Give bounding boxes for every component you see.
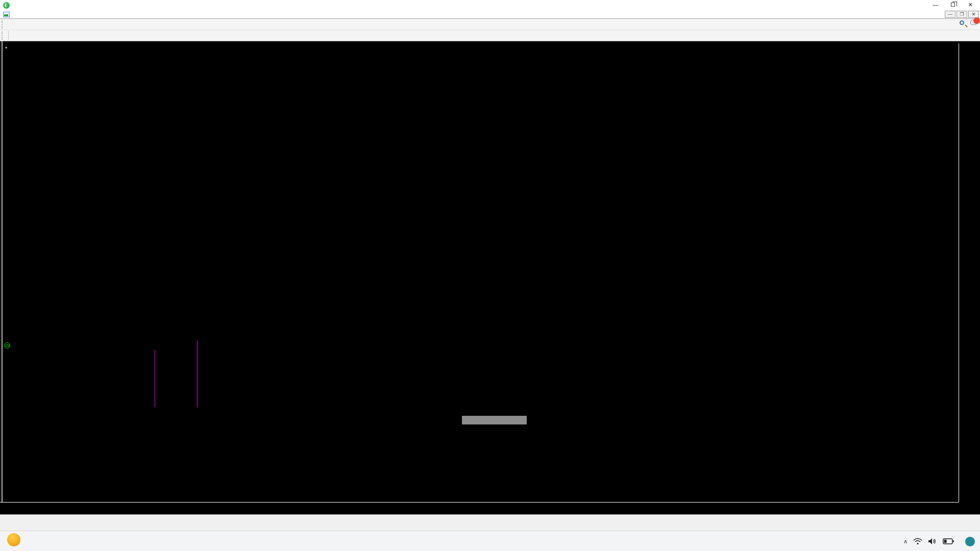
standard-toolbar — [0, 19, 980, 30]
restore-button[interactable] — [944, 0, 962, 9]
wifi-icon[interactable] — [913, 538, 922, 545]
globe-icon — [4, 342, 10, 348]
toolbar-grip[interactable] — [2, 32, 5, 40]
metatrader-logo-icon — [3, 2, 10, 9]
child-close-button[interactable]: ✕ — [968, 11, 979, 18]
volume-icon[interactable] — [928, 538, 937, 545]
status-bar — [0, 514, 980, 531]
close-button[interactable]: ✕ — [962, 0, 979, 9]
forex-news-panel — [4, 341, 198, 350]
notifications-icon[interactable] — [970, 20, 977, 25]
windows-taskbar: ∧ — [0, 531, 980, 551]
notification-center-badge[interactable] — [965, 537, 975, 546]
drawing-toolbar — [0, 30, 980, 41]
symbol-label: ▾ — [5, 44, 8, 50]
metatrader-window: — ✕ — ❐ ✕ ▾ — [0, 0, 980, 551]
sunny-weather-icon — [7, 533, 20, 546]
price-axis[interactable] — [959, 43, 980, 502]
notification-count-badge — [973, 17, 980, 24]
time-axis[interactable] — [0, 502, 959, 514]
menu-bar: — ❐ ✕ — [0, 10, 980, 19]
system-tray: ∧ — [903, 531, 975, 551]
price-chart[interactable] — [0, 43, 959, 502]
search-icon[interactable] — [960, 20, 964, 25]
title-bar: — ✕ — [0, 0, 980, 10]
taskbar-weather-widget[interactable] — [7, 533, 25, 546]
hidden-icons-chevron-icon[interactable]: ∧ — [903, 538, 908, 545]
battery-icon[interactable] — [943, 538, 954, 544]
child-restore-button[interactable]: ❐ — [957, 11, 967, 18]
chart-area[interactable]: ▾ — [0, 41, 980, 514]
child-minimize-button[interactable]: — — [945, 11, 955, 18]
toolbar-grip[interactable] — [2, 20, 5, 29]
chart-document-icon — [3, 12, 10, 17]
minimize-button[interactable]: — — [927, 0, 944, 9]
rsi-x-on-badge — [462, 416, 527, 424]
